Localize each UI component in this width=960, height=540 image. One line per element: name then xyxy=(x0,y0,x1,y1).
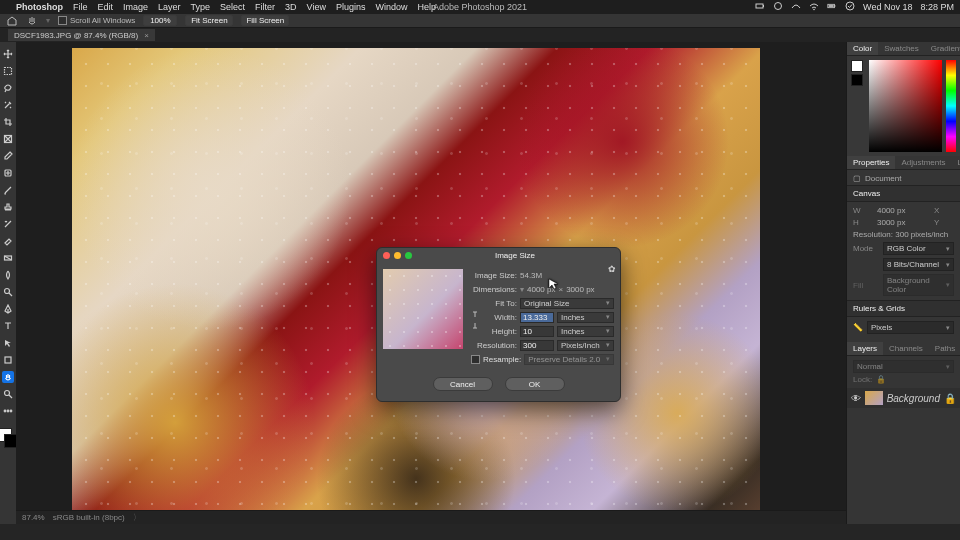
tab-properties[interactable]: Properties xyxy=(847,156,895,169)
canvas-area[interactable]: Image Size ✿ Image Size: 54.3M Dimension… xyxy=(16,42,846,524)
zoom-tool[interactable] xyxy=(2,388,14,400)
tab-swatches[interactable]: Swatches xyxy=(878,42,925,55)
dimensions-width: 4000 px xyxy=(527,285,555,294)
svg-rect-0 xyxy=(756,4,763,8)
menu-image[interactable]: Image xyxy=(123,2,148,12)
systray-icon[interactable] xyxy=(755,1,765,13)
fill-screen-button[interactable]: Fill Screen xyxy=(241,15,289,26)
menu-window[interactable]: Window xyxy=(376,2,408,12)
mode-select[interactable]: RGB Color xyxy=(883,242,954,255)
gradient-tool[interactable] xyxy=(2,252,14,264)
menu-filter[interactable]: Filter xyxy=(255,2,275,12)
menu-help[interactable]: Help xyxy=(418,2,437,12)
wand-tool[interactable] xyxy=(2,99,14,111)
width-input[interactable] xyxy=(520,312,554,323)
home-icon[interactable] xyxy=(6,15,18,27)
close-tab-icon[interactable]: × xyxy=(144,31,149,40)
lasso-tool[interactable] xyxy=(2,82,14,94)
width-unit-select[interactable]: Inches xyxy=(557,312,614,323)
shape-tool[interactable] xyxy=(2,354,14,366)
hue-slider[interactable] xyxy=(946,60,956,152)
tab-libraries[interactable]: Libraries xyxy=(952,156,961,169)
layer-thumbnail[interactable] xyxy=(865,391,883,405)
tab-paths[interactable]: Paths xyxy=(929,342,960,355)
ok-button[interactable]: OK xyxy=(505,377,565,391)
more-tools[interactable] xyxy=(2,405,14,417)
height-unit-select[interactable]: Inches xyxy=(557,326,614,337)
dodge-tool[interactable] xyxy=(2,286,14,298)
menu-file[interactable]: File xyxy=(73,2,88,12)
move-tool[interactable] xyxy=(2,48,14,60)
brush-tool[interactable] xyxy=(2,184,14,196)
layer-row[interactable]: 👁 Background 🔒 xyxy=(847,388,960,408)
menu-view[interactable]: View xyxy=(307,2,326,12)
dimensions-unit-popup[interactable]: ▾ xyxy=(520,285,524,294)
color-panel[interactable] xyxy=(847,56,960,156)
canvas-width[interactable]: 4000 px xyxy=(877,206,930,215)
resample-checkbox[interactable] xyxy=(471,355,480,364)
status-zoom[interactable]: 87.4% xyxy=(22,513,45,522)
zoom-100-button[interactable]: 100% xyxy=(143,15,177,26)
cancel-button[interactable]: Cancel xyxy=(433,377,493,391)
gear-icon[interactable]: ✿ xyxy=(608,264,616,274)
fit-to-select[interactable]: Original Size xyxy=(520,298,614,309)
menubar-time[interactable]: 8:28 PM xyxy=(920,2,954,12)
blur-tool[interactable] xyxy=(2,269,14,281)
menu-3d[interactable]: 3D xyxy=(285,2,297,12)
path-select-tool[interactable] xyxy=(2,337,14,349)
frame-tool[interactable] xyxy=(2,133,14,145)
tab-layers[interactable]: Layers xyxy=(847,342,883,355)
svg-rect-6 xyxy=(829,5,834,7)
layer-name[interactable]: Background xyxy=(887,393,940,404)
tab-color[interactable]: Color xyxy=(847,42,878,55)
ruler-unit-select[interactable]: Pixels xyxy=(867,321,954,334)
window-zoom-icon[interactable] xyxy=(405,252,412,259)
bits-select[interactable]: 8 Bits/Channel xyxy=(883,258,954,271)
ruler-icon: 📏 xyxy=(853,323,863,332)
tab-gradients[interactable]: Gradients xyxy=(925,42,960,55)
rulers-section[interactable]: Rulers & Grids xyxy=(853,304,905,313)
crop-tool[interactable] xyxy=(2,116,14,128)
tab-channels[interactable]: Channels xyxy=(883,342,929,355)
history-brush-tool[interactable] xyxy=(2,218,14,230)
resolution-input[interactable] xyxy=(520,340,554,351)
eraser-tool[interactable] xyxy=(2,235,14,247)
menubar-date[interactable]: Wed Nov 18 xyxy=(863,2,912,12)
resample-label: Resample: xyxy=(483,355,521,364)
menu-plugins[interactable]: Plugins xyxy=(336,2,366,12)
fit-screen-button[interactable]: Fit Screen xyxy=(185,15,233,26)
hand-tool-icon[interactable] xyxy=(26,15,38,27)
resolution-unit-select[interactable]: Pixels/Inch xyxy=(557,340,614,351)
tools-panel xyxy=(0,42,16,524)
systray-icon[interactable] xyxy=(791,1,801,13)
systray-icon[interactable] xyxy=(773,1,783,13)
canvas-height[interactable]: 3000 px xyxy=(877,218,930,227)
wifi-icon[interactable] xyxy=(809,1,819,13)
tab-adjustments[interactable]: Adjustments xyxy=(895,156,951,169)
height-input[interactable] xyxy=(520,326,554,337)
menu-type[interactable]: Type xyxy=(191,2,211,12)
visibility-icon[interactable]: 👁 xyxy=(851,393,861,404)
menu-edit[interactable]: Edit xyxy=(98,2,114,12)
menu-app[interactable]: Photoshop xyxy=(16,2,63,12)
scroll-all-windows-checkbox[interactable]: Scroll All Windows xyxy=(58,16,135,25)
eyedropper-tool[interactable] xyxy=(2,150,14,162)
type-tool[interactable] xyxy=(2,320,14,332)
resample-method-select: Preserve Details 2.0 xyxy=(524,354,614,365)
link-icon[interactable] xyxy=(471,310,479,330)
menu-layer[interactable]: Layer xyxy=(158,2,181,12)
status-info[interactable]: sRGB built-in (8bpc) xyxy=(53,513,125,522)
battery-icon[interactable] xyxy=(827,1,837,13)
marquee-tool[interactable] xyxy=(2,65,14,77)
window-minimize-icon[interactable] xyxy=(394,252,401,259)
stamp-tool[interactable] xyxy=(2,201,14,213)
menu-select[interactable]: Select xyxy=(220,2,245,12)
canvas-section[interactable]: Canvas xyxy=(853,189,880,198)
pen-tool[interactable] xyxy=(2,303,14,315)
systray-icon[interactable] xyxy=(845,1,855,13)
hand-tool[interactable] xyxy=(2,371,14,383)
color-picker[interactable] xyxy=(869,60,942,152)
window-close-icon[interactable] xyxy=(383,252,390,259)
healing-tool[interactable] xyxy=(2,167,14,179)
document-tab[interactable]: DSCF1983.JPG @ 87.4% (RGB/8) × xyxy=(8,29,155,41)
